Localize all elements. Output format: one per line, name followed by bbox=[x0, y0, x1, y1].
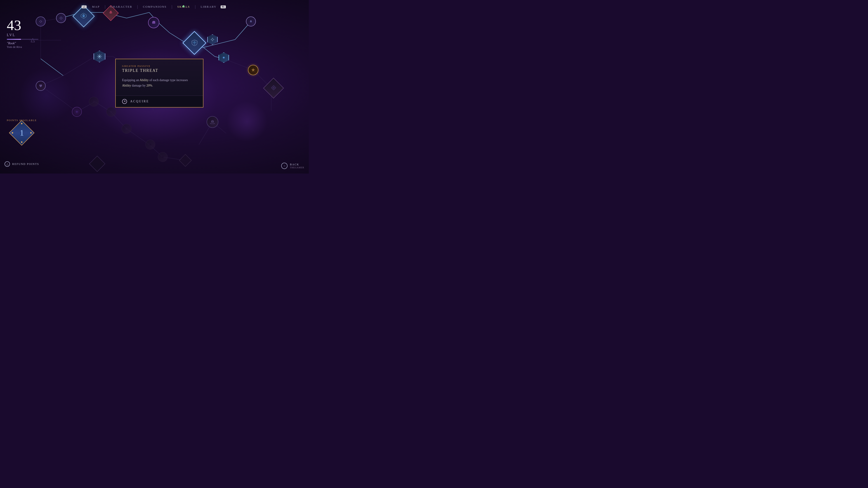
svg-point-57 bbox=[212, 121, 213, 122]
character-name: "Rook" bbox=[7, 41, 38, 45]
skill-node-hex-right[interactable] bbox=[207, 34, 218, 45]
skill-node-fist-top[interactable] bbox=[148, 17, 159, 28]
skill-node-bottom-1[interactable] bbox=[122, 124, 131, 134]
skill-node-bottom-4[interactable] bbox=[180, 155, 191, 166]
nav-sep-4: | bbox=[194, 5, 196, 9]
acquire-button[interactable]: ✕ ACQUIRE bbox=[116, 96, 203, 107]
back-circle-icon: ○ bbox=[281, 163, 287, 169]
top-navigation: L1 MAP | CHARACTER | COMPANIONS | SKILLS… bbox=[0, 0, 309, 13]
skill-node-spider[interactable] bbox=[207, 116, 218, 128]
popup-title: TRIPLE THREAT bbox=[122, 68, 197, 73]
skill-node-locked-2[interactable] bbox=[106, 107, 116, 117]
nav-sep-3: | bbox=[170, 5, 173, 9]
svg-rect-39 bbox=[153, 21, 153, 22]
nav-companions[interactable]: COMPANIONS bbox=[139, 5, 170, 8]
skill-node-top-left-circle[interactable] bbox=[56, 13, 66, 23]
skill-node-diamond-right[interactable] bbox=[266, 81, 281, 96]
nav-skills[interactable]: SKILLS bbox=[173, 5, 194, 8]
svg-point-49 bbox=[99, 56, 100, 57]
svg-point-50 bbox=[93, 101, 95, 103]
nav-sep-2: | bbox=[136, 5, 139, 9]
skill-node-hex-active[interactable] bbox=[219, 53, 229, 63]
nav-badge-l1: L1 bbox=[82, 5, 87, 8]
skill-node-bottom-diamond[interactable] bbox=[91, 158, 103, 170]
nav-character[interactable]: CHARACTER bbox=[106, 5, 136, 8]
popup-type: GREATER PASSIVE bbox=[122, 65, 197, 67]
skill-node-bottom-3[interactable] bbox=[158, 152, 168, 162]
skill-node-circle-top-right[interactable] bbox=[246, 17, 256, 26]
acquire-x-icon: ✕ bbox=[122, 99, 127, 104]
svg-point-55 bbox=[162, 156, 164, 158]
skill-node-bottom-2[interactable] bbox=[145, 140, 155, 150]
svg-point-46 bbox=[250, 21, 252, 22]
svg-point-58 bbox=[213, 121, 213, 122]
skill-node-heart-left[interactable] bbox=[36, 81, 46, 91]
skill-node-locked-1[interactable] bbox=[89, 97, 99, 107]
svg-point-44 bbox=[212, 39, 213, 40]
svg-point-56 bbox=[211, 121, 214, 123]
back-label: BACK bbox=[290, 163, 299, 166]
svg-rect-40 bbox=[153, 21, 154, 22]
points-diamond: 1 bbox=[13, 124, 31, 142]
points-count: 1 bbox=[20, 128, 24, 138]
xp-bar bbox=[7, 39, 38, 40]
svg-point-51 bbox=[110, 111, 112, 113]
nav-map[interactable]: MAP bbox=[88, 5, 104, 8]
svg-point-54 bbox=[149, 144, 151, 145]
nav-sep-1: | bbox=[104, 5, 106, 9]
svg-marker-47 bbox=[251, 68, 255, 72]
points-panel: POINTS AVAILABLE 1 bbox=[7, 119, 37, 142]
character-subname: Tom de Riva bbox=[7, 45, 38, 49]
xp-fill bbox=[7, 39, 21, 40]
refund-label: REFUND POINTS bbox=[12, 162, 39, 166]
nav-library[interactable]: LIBRARY bbox=[197, 5, 221, 8]
character-info: 43 LVL "Rook" Tom de Riva bbox=[7, 18, 38, 49]
svg-point-52 bbox=[76, 111, 78, 112]
skill-node-glow-right[interactable] bbox=[248, 65, 258, 75]
refund-points-button[interactable]: △ REFUND POINTS bbox=[4, 161, 39, 167]
svg-rect-41 bbox=[154, 21, 155, 22]
skill-node-star-mid[interactable] bbox=[94, 51, 105, 62]
character-lvl-label: LVL bbox=[7, 33, 38, 37]
acquire-label: ACQUIRE bbox=[130, 100, 149, 103]
back-sublabel: THEGAMER bbox=[290, 166, 304, 169]
skill-popup: GREATER PASSIVE TRIPLE THREAT Equipping … bbox=[115, 59, 204, 107]
refund-icon: △ bbox=[4, 161, 10, 167]
popup-description: Equipping an Ability of each damage type… bbox=[122, 77, 197, 88]
skill-node-shield-diamond[interactable] bbox=[186, 35, 203, 52]
nav-badge-r1: R1 bbox=[221, 5, 226, 8]
back-button[interactable]: ○ BACK THEGAMER bbox=[281, 163, 304, 169]
skill-node-locked-3[interactable] bbox=[72, 107, 82, 117]
character-level: 43 bbox=[7, 18, 38, 33]
